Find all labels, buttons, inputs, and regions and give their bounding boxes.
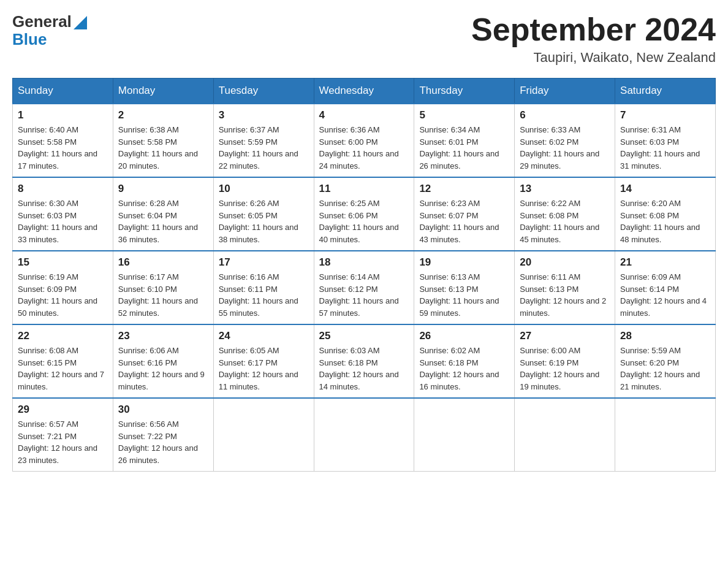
day-number: 10 — [219, 183, 309, 195]
calendar-day-cell: 13Sunrise: 6:22 AMSunset: 6:08 PMDayligh… — [515, 177, 615, 251]
logo-triangle-icon — [74, 16, 87, 29]
header-tuesday: Tuesday — [213, 79, 314, 104]
day-info: Sunrise: 6:02 AMSunset: 6:18 PMDaylight:… — [419, 345, 509, 393]
calendar-day-cell: 16Sunrise: 6:17 AMSunset: 6:10 PMDayligh… — [113, 251, 213, 324]
logo: General Blue — [12, 12, 87, 49]
day-number: 30 — [118, 404, 208, 416]
day-number: 3 — [219, 109, 309, 121]
calendar-day-cell: 18Sunrise: 6:14 AMSunset: 6:12 PMDayligh… — [314, 251, 414, 324]
calendar-day-cell: 2Sunrise: 6:38 AMSunset: 5:58 PMDaylight… — [113, 104, 213, 177]
calendar-week-row: 22Sunrise: 6:08 AMSunset: 6:15 PMDayligh… — [13, 324, 716, 398]
day-number: 22 — [18, 330, 108, 342]
day-number: 9 — [118, 183, 208, 195]
header-wednesday: Wednesday — [314, 79, 414, 104]
calendar-day-cell: 17Sunrise: 6:16 AMSunset: 6:11 PMDayligh… — [213, 251, 314, 324]
svg-marker-0 — [74, 16, 87, 29]
day-number: 14 — [620, 183, 710, 195]
day-number: 13 — [520, 183, 610, 195]
day-info: Sunrise: 6:05 AMSunset: 6:17 PMDaylight:… — [219, 345, 309, 393]
day-info: Sunrise: 6:03 AMSunset: 6:18 PMDaylight:… — [319, 345, 409, 393]
day-info: Sunrise: 6:31 AMSunset: 6:03 PMDaylight:… — [620, 124, 710, 172]
day-info: Sunrise: 6:06 AMSunset: 6:16 PMDaylight:… — [118, 345, 208, 393]
day-number: 25 — [319, 330, 409, 342]
calendar-title: September 2024 — [471, 12, 716, 47]
day-info: Sunrise: 6:56 AMSunset: 7:22 PMDaylight:… — [118, 418, 208, 466]
day-number: 18 — [319, 256, 409, 269]
day-info: Sunrise: 6:40 AMSunset: 5:58 PMDaylight:… — [18, 124, 108, 172]
day-info: Sunrise: 6:23 AMSunset: 6:07 PMDaylight:… — [419, 197, 509, 245]
day-number: 21 — [620, 256, 710, 269]
calendar-day-cell: 5Sunrise: 6:34 AMSunset: 6:01 PMDaylight… — [414, 104, 515, 177]
day-info: Sunrise: 6:57 AMSunset: 7:21 PMDaylight:… — [18, 418, 108, 466]
logo-general-text: General — [12, 12, 72, 31]
day-info: Sunrise: 6:30 AMSunset: 6:03 PMDaylight:… — [18, 197, 108, 245]
header-sunday: Sunday — [13, 79, 113, 104]
title-section: September 2024 Taupiri, Waikato, New Zea… — [471, 12, 716, 66]
calendar-week-row: 8Sunrise: 6:30 AMSunset: 6:03 PMDaylight… — [13, 177, 716, 251]
day-number: 12 — [419, 183, 509, 195]
day-info: Sunrise: 6:34 AMSunset: 6:01 PMDaylight:… — [419, 124, 509, 172]
calendar-day-cell — [515, 398, 615, 472]
day-number: 23 — [118, 330, 208, 342]
calendar-day-cell: 25Sunrise: 6:03 AMSunset: 6:18 PMDayligh… — [314, 324, 414, 398]
page-header: General Blue September 2024 Taupiri, Wai… — [12, 12, 716, 66]
calendar-day-cell: 27Sunrise: 6:00 AMSunset: 6:19 PMDayligh… — [515, 324, 615, 398]
day-info: Sunrise: 6:22 AMSunset: 6:08 PMDaylight:… — [520, 197, 610, 245]
calendar-day-cell: 1Sunrise: 6:40 AMSunset: 5:58 PMDaylight… — [13, 104, 113, 177]
day-number: 16 — [118, 256, 208, 269]
calendar-day-cell: 29Sunrise: 6:57 AMSunset: 7:21 PMDayligh… — [13, 398, 113, 472]
day-info: Sunrise: 6:16 AMSunset: 6:11 PMDaylight:… — [219, 271, 309, 319]
day-info: Sunrise: 6:25 AMSunset: 6:06 PMDaylight:… — [319, 197, 409, 245]
day-info: Sunrise: 6:37 AMSunset: 5:59 PMDaylight:… — [219, 124, 309, 172]
calendar-table: SundayMondayTuesdayWednesdayThursdayFrid… — [12, 78, 716, 472]
calendar-day-cell: 28Sunrise: 5:59 AMSunset: 6:20 PMDayligh… — [615, 324, 716, 398]
day-info: Sunrise: 6:28 AMSunset: 6:04 PMDaylight:… — [118, 197, 208, 245]
calendar-day-cell: 6Sunrise: 6:33 AMSunset: 6:02 PMDaylight… — [515, 104, 615, 177]
day-info: Sunrise: 6:11 AMSunset: 6:13 PMDaylight:… — [520, 271, 610, 319]
header-saturday: Saturday — [615, 79, 716, 104]
day-number: 19 — [419, 256, 509, 269]
day-info: Sunrise: 6:26 AMSunset: 6:05 PMDaylight:… — [219, 197, 309, 245]
day-number: 17 — [219, 256, 309, 269]
calendar-day-cell: 26Sunrise: 6:02 AMSunset: 6:18 PMDayligh… — [414, 324, 515, 398]
calendar-day-cell: 30Sunrise: 6:56 AMSunset: 7:22 PMDayligh… — [113, 398, 213, 472]
day-number: 15 — [18, 256, 108, 269]
calendar-day-cell: 21Sunrise: 6:09 AMSunset: 6:14 PMDayligh… — [615, 251, 716, 324]
calendar-day-cell: 9Sunrise: 6:28 AMSunset: 6:04 PMDaylight… — [113, 177, 213, 251]
calendar-day-cell: 23Sunrise: 6:06 AMSunset: 6:16 PMDayligh… — [113, 324, 213, 398]
day-number: 11 — [319, 183, 409, 195]
day-number: 2 — [118, 109, 208, 121]
day-number: 7 — [620, 109, 710, 121]
calendar-day-cell — [213, 398, 314, 472]
calendar-day-cell — [615, 398, 716, 472]
calendar-week-row: 29Sunrise: 6:57 AMSunset: 7:21 PMDayligh… — [13, 398, 716, 472]
day-number: 6 — [520, 109, 610, 121]
day-info: Sunrise: 6:08 AMSunset: 6:15 PMDaylight:… — [18, 345, 108, 393]
header-thursday: Thursday — [414, 79, 515, 104]
day-info: Sunrise: 6:33 AMSunset: 6:02 PMDaylight:… — [520, 124, 610, 172]
calendar-day-cell: 11Sunrise: 6:25 AMSunset: 6:06 PMDayligh… — [314, 177, 414, 251]
day-number: 5 — [419, 109, 509, 121]
day-number: 28 — [620, 330, 710, 342]
location-subtitle: Taupiri, Waikato, New Zealand — [471, 50, 716, 66]
day-number: 29 — [18, 404, 108, 416]
calendar-day-cell: 20Sunrise: 6:11 AMSunset: 6:13 PMDayligh… — [515, 251, 615, 324]
logo-blue-text: Blue — [12, 30, 47, 49]
calendar-day-cell — [314, 398, 414, 472]
header-friday: Friday — [515, 79, 615, 104]
calendar-day-cell: 14Sunrise: 6:20 AMSunset: 6:08 PMDayligh… — [615, 177, 716, 251]
day-info: Sunrise: 6:00 AMSunset: 6:19 PMDaylight:… — [520, 345, 610, 393]
day-number: 27 — [520, 330, 610, 342]
calendar-day-cell — [414, 398, 515, 472]
day-info: Sunrise: 5:59 AMSunset: 6:20 PMDaylight:… — [620, 345, 710, 393]
day-number: 4 — [319, 109, 409, 121]
calendar-day-cell: 8Sunrise: 6:30 AMSunset: 6:03 PMDaylight… — [13, 177, 113, 251]
calendar-day-cell: 4Sunrise: 6:36 AMSunset: 6:00 PMDaylight… — [314, 104, 414, 177]
calendar-day-cell: 3Sunrise: 6:37 AMSunset: 5:59 PMDaylight… — [213, 104, 314, 177]
calendar-header-row: SundayMondayTuesdayWednesdayThursdayFrid… — [13, 79, 716, 104]
day-info: Sunrise: 6:14 AMSunset: 6:12 PMDaylight:… — [319, 271, 409, 319]
calendar-day-cell: 10Sunrise: 6:26 AMSunset: 6:05 PMDayligh… — [213, 177, 314, 251]
calendar-day-cell: 22Sunrise: 6:08 AMSunset: 6:15 PMDayligh… — [13, 324, 113, 398]
day-info: Sunrise: 6:17 AMSunset: 6:10 PMDaylight:… — [118, 271, 208, 319]
day-info: Sunrise: 6:20 AMSunset: 6:08 PMDaylight:… — [620, 197, 710, 245]
